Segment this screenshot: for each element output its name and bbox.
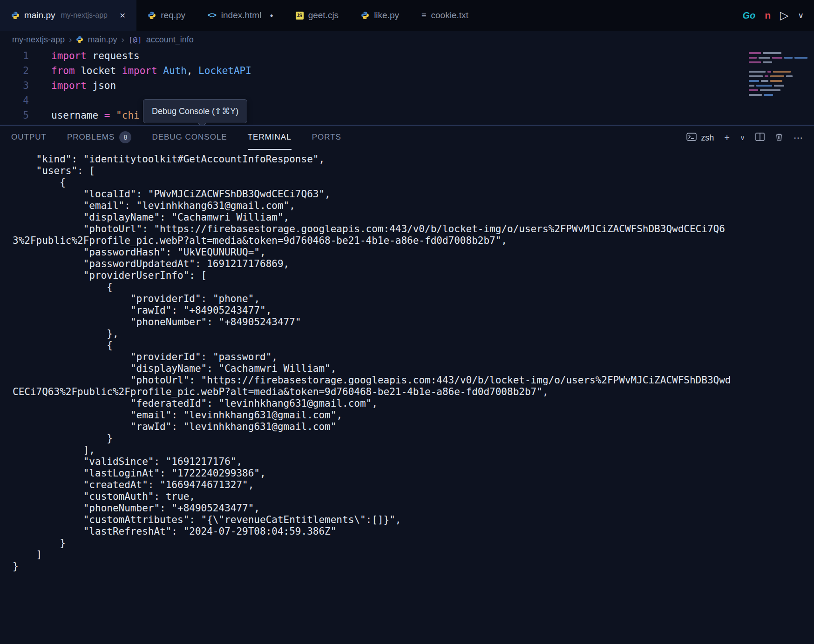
run-button[interactable]: ▷ xyxy=(780,9,788,22)
code-line: 3 import json xyxy=(0,78,814,93)
class-token: LocketAPI xyxy=(192,65,251,76)
shell-selector[interactable]: zsh xyxy=(686,133,714,143)
panel-tabs: OUTPUT PROBLEMS 8 DEBUG CONSOLE TERMINAL… xyxy=(11,126,341,150)
operator-token: = xyxy=(98,110,116,121)
python-icon xyxy=(11,11,20,20)
line-number: 2 xyxy=(0,63,29,78)
tab-geet-cjs[interactable]: JS geet.cjs xyxy=(285,0,350,31)
panel-tab-label: OUTPUT xyxy=(11,133,47,142)
problems-count-badge: 8 xyxy=(119,131,131,143)
code-line: 5 username = "chi xyxy=(0,108,814,123)
breadcrumb-item-file[interactable]: main.py xyxy=(88,35,117,45)
line-number: 1 xyxy=(0,48,29,63)
line-number: 4 xyxy=(0,93,29,108)
line-number: 3 xyxy=(0,78,29,93)
variable-token: username xyxy=(51,110,98,121)
tab-req-py[interactable]: req.py xyxy=(136,0,197,31)
tab-label: req.py xyxy=(161,10,185,20)
panel-tab-label: DEBUG CONSOLE xyxy=(152,133,227,142)
keyword-token: import xyxy=(51,80,87,91)
breadcrumb-item-folder[interactable]: my-nextjs-app xyxy=(12,35,65,45)
code-line: 2 from locket import Auth, LocketAPI xyxy=(0,63,814,78)
modified-dot-icon[interactable]: ● xyxy=(270,12,273,19)
tab-main-py[interactable]: main.py my-nextjs-app × xyxy=(0,0,136,31)
string-token: "chi xyxy=(116,110,140,121)
breadcrumb: my-nextjs-app › main.py › [@] account_in… xyxy=(0,31,814,48)
keyword-token: import xyxy=(122,65,157,76)
split-terminal-icon[interactable] xyxy=(755,133,765,143)
terminal-icon xyxy=(686,133,697,143)
kill-terminal-icon[interactable] xyxy=(775,133,783,143)
code-token: requests xyxy=(87,50,140,61)
code-token: locket xyxy=(75,65,122,76)
tooltip-label: Debug Console (⇧⌘Y) xyxy=(152,107,238,116)
keyword-token: from xyxy=(51,65,75,76)
python-icon xyxy=(76,36,83,43)
tab-detail: my-nextjs-app xyxy=(61,11,108,20)
html-icon: <> xyxy=(208,11,217,20)
more-actions-icon[interactable]: ⋯ xyxy=(794,132,803,143)
tab-label: like.py xyxy=(374,10,399,20)
close-icon[interactable]: × xyxy=(120,10,125,21)
panel-actions: zsh + ∨ ⋯ xyxy=(686,132,803,143)
chevron-right-icon: › xyxy=(121,34,124,45)
code-editor[interactable]: 1 import requests 2 from locket import A… xyxy=(0,48,814,125)
line-number: 5 xyxy=(0,108,29,123)
debug-console-tooltip: Debug Console (⇧⌘Y) xyxy=(143,99,247,123)
code-line: 4 xyxy=(0,93,814,108)
python-icon xyxy=(361,11,369,20)
editor-tab-bar: main.py my-nextjs-app × req.py <> index.… xyxy=(0,0,814,31)
tab-cookie-txt[interactable]: ≡ cookie.txt xyxy=(410,0,480,31)
python-icon xyxy=(148,11,156,20)
tab-index-html[interactable]: <> index.html ● xyxy=(197,0,285,31)
panel-tab-label: PORTS xyxy=(312,133,341,142)
code-token: json xyxy=(87,80,116,91)
terminal-output[interactable]: "kind": "identitytoolkit#GetAccountInfoR… xyxy=(13,154,733,572)
tab-problems[interactable]: PROBLEMS 8 xyxy=(67,126,131,150)
minimap[interactable] xyxy=(749,52,807,96)
chevron-down-icon[interactable]: ∨ xyxy=(798,11,804,20)
chevron-right-icon: › xyxy=(69,34,72,45)
code-line: 1 import requests xyxy=(0,48,814,63)
tab-label: geet.cjs xyxy=(308,10,339,20)
npm-icon[interactable]: n xyxy=(765,10,771,21)
tab-label: main.py xyxy=(24,10,55,20)
keyword-token: import xyxy=(51,50,87,61)
tab-ports[interactable]: PORTS xyxy=(312,126,341,150)
tab-label: index.html xyxy=(221,10,262,20)
tab-output[interactable]: OUTPUT xyxy=(11,126,47,150)
code-token: , xyxy=(187,65,193,76)
go-icon[interactable]: Go xyxy=(742,10,755,21)
tab-debug-console[interactable]: DEBUG CONSOLE xyxy=(152,126,227,150)
symbol-icon: [@] xyxy=(129,35,142,44)
javascript-icon: JS xyxy=(296,12,304,20)
class-token: Auth xyxy=(157,65,187,76)
panel-tab-label: TERMINAL xyxy=(248,133,292,142)
tabbar-actions: Go n ▷ ∨ xyxy=(742,0,814,31)
new-terminal-icon[interactable]: + xyxy=(724,133,730,143)
tab-terminal[interactable]: TERMINAL xyxy=(248,126,292,150)
text-file-icon: ≡ xyxy=(421,11,427,20)
panel-tab-label: PROBLEMS xyxy=(67,133,115,142)
chevron-down-icon[interactable]: ∨ xyxy=(740,134,745,142)
bottom-panel: OUTPUT PROBLEMS 8 DEBUG CONSOLE TERMINAL… xyxy=(0,125,814,643)
tab-label: cookie.txt xyxy=(431,10,468,20)
breadcrumb-item-symbol[interactable]: account_info xyxy=(146,35,194,45)
tab-like-py[interactable]: like.py xyxy=(350,0,410,31)
tooltip-caret xyxy=(198,120,206,125)
shell-name: zsh xyxy=(701,133,714,143)
panel-header: OUTPUT PROBLEMS 8 DEBUG CONSOLE TERMINAL… xyxy=(0,126,814,150)
